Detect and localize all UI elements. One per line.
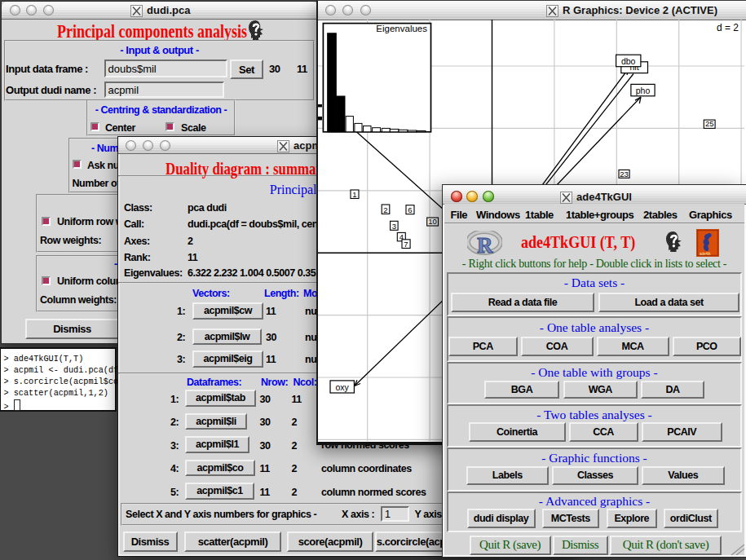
svg-text:R: R <box>477 233 493 258</box>
svg-text:ade4tk: ade4tk <box>700 252 711 256</box>
svg-text:25: 25 <box>705 119 714 128</box>
svg-text:23: 23 <box>620 169 629 178</box>
svg-text:6: 6 <box>408 205 412 214</box>
svg-text:10: 10 <box>428 217 437 226</box>
svg-text:d = 2: d = 2 <box>717 21 739 33</box>
svg-text:Eigenvalues: Eigenvalues <box>376 23 427 33</box>
svg-text:dbo: dbo <box>621 55 636 65</box>
svg-text:3: 3 <box>392 221 396 230</box>
svg-text:1: 1 <box>352 189 356 198</box>
svg-text:2: 2 <box>383 205 387 214</box>
svg-text:7: 7 <box>404 239 408 248</box>
svg-text:pho: pho <box>636 85 651 95</box>
svg-text:oxy: oxy <box>336 381 350 391</box>
